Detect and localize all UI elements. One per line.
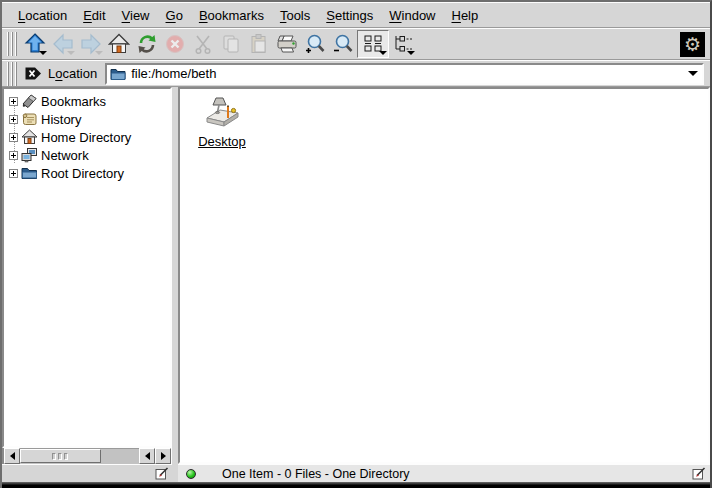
paste-icon [248, 33, 270, 55]
sidebar-tree: Bookmarks History [2, 87, 172, 448]
expand-plus-icon[interactable] [9, 169, 18, 178]
sidebar-item-bookmarks[interactable]: Bookmarks [8, 92, 170, 110]
sidebar-item-root-directory[interactable]: Root Directory [8, 164, 170, 182]
menu-location[interactable]: Location [10, 5, 75, 26]
sidebar-item-network[interactable]: Network [8, 146, 170, 164]
reload-icon [136, 33, 158, 55]
print-button[interactable] [273, 30, 301, 58]
home-directory-icon [21, 129, 38, 145]
expand-plus-icon[interactable] [9, 115, 18, 124]
pane-indicator-icon[interactable] [155, 467, 169, 480]
back-button [49, 30, 77, 58]
konqueror-window: Location Edit View Go Bookmarks Tools Se… [0, 0, 712, 488]
history-icon [21, 111, 38, 127]
tree-view-button[interactable] [389, 30, 417, 58]
location-input[interactable] [129, 66, 686, 81]
desktop-folder-icon [203, 94, 241, 130]
right-arrow-icon [161, 452, 166, 460]
back-dropdown-arrow [67, 51, 75, 55]
copy-icon [220, 33, 242, 55]
location-label: Location [48, 66, 97, 81]
scrollbar-thumb[interactable] [20, 449, 101, 463]
zoom-out-icon [332, 33, 354, 55]
network-icon [21, 147, 38, 163]
menu-tools[interactable]: Tools [272, 5, 318, 26]
tree-view-dropdown-arrow[interactable] [407, 51, 415, 55]
menu-go[interactable]: Go [158, 5, 191, 26]
cut-icon [192, 33, 214, 55]
expand-plus-icon[interactable] [9, 151, 18, 160]
icon-view-dropdown-arrow[interactable] [379, 51, 387, 55]
location-toolbar-grip[interactable] [7, 62, 17, 86]
zoom-in-button[interactable] [301, 30, 329, 58]
stop-icon [164, 33, 186, 55]
left-arrow-icon [145, 452, 150, 460]
paste-button [245, 30, 273, 58]
menu-view[interactable]: View [114, 5, 158, 26]
menu-help[interactable]: Help [444, 5, 487, 26]
file-item-desktop[interactable]: Desktop [190, 94, 254, 149]
up-dropdown-arrow[interactable] [39, 51, 47, 55]
root-directory-icon [21, 165, 38, 181]
menu-edit[interactable]: Edit [75, 5, 113, 26]
scrollbar-track[interactable] [20, 448, 139, 464]
main-toolbar: ⚙ [2, 28, 710, 60]
left-arrow-icon [10, 452, 15, 460]
stop-button [161, 30, 189, 58]
zoom-out-button[interactable] [329, 30, 357, 58]
menu-bar: Location Edit View Go Bookmarks Tools Se… [2, 2, 710, 28]
menu-settings[interactable]: Settings [318, 5, 381, 26]
location-toolbar: Location [2, 60, 710, 87]
cut-button [189, 30, 217, 58]
reload-button[interactable] [133, 30, 161, 58]
zoom-in-icon [304, 33, 326, 55]
home-icon [108, 33, 130, 55]
sidebar-status-strip [2, 464, 172, 482]
bookmarks-icon [21, 93, 38, 109]
copy-button [217, 30, 245, 58]
expand-plus-icon[interactable] [9, 133, 18, 142]
forward-dropdown-arrow [95, 51, 103, 55]
location-combobox [105, 63, 704, 85]
main-column: Desktop One Item - 0 Files - One Directo… [178, 87, 710, 482]
window-bottom-frame [2, 482, 710, 488]
expand-plus-icon[interactable] [9, 97, 18, 106]
forward-button [77, 30, 105, 58]
content-area: Bookmarks History [2, 87, 710, 482]
up-button[interactable] [21, 30, 49, 58]
file-item-label[interactable]: Desktop [198, 134, 246, 149]
scroll-left-button-2[interactable] [139, 448, 155, 464]
status-led-icon [186, 469, 196, 479]
sidebar-column: Bookmarks History [2, 87, 172, 482]
sidebar-item-home-directory[interactable]: Home Directory [8, 128, 170, 146]
icon-view-button[interactable] [357, 30, 389, 58]
konqueror-gear-logo[interactable]: ⚙ [680, 32, 705, 57]
scroll-right-button[interactable] [155, 448, 171, 464]
toolbar-grip[interactable] [7, 32, 17, 56]
status-text: One Item - 0 Files - One Directory [222, 467, 410, 481]
folder-icon [110, 67, 126, 81]
location-dropdown-button[interactable] [686, 71, 700, 76]
sidebar-horizontal-scrollbar[interactable] [2, 448, 172, 464]
menu-bookmarks[interactable]: Bookmarks [191, 5, 272, 26]
chevron-down-icon [688, 71, 698, 76]
clear-location-button[interactable] [25, 67, 42, 80]
status-bar: One Item - 0 Files - One Directory [178, 464, 710, 482]
sidebar-item-history[interactable]: History [8, 110, 170, 128]
menu-window[interactable]: Window [381, 5, 443, 26]
clear-location-icon [25, 67, 42, 80]
folder-view[interactable]: Desktop [178, 87, 710, 464]
home-button[interactable] [105, 30, 133, 58]
print-icon [276, 33, 298, 55]
scroll-left-button[interactable] [4, 448, 20, 464]
pane-indicator-icon[interactable] [692, 467, 706, 480]
